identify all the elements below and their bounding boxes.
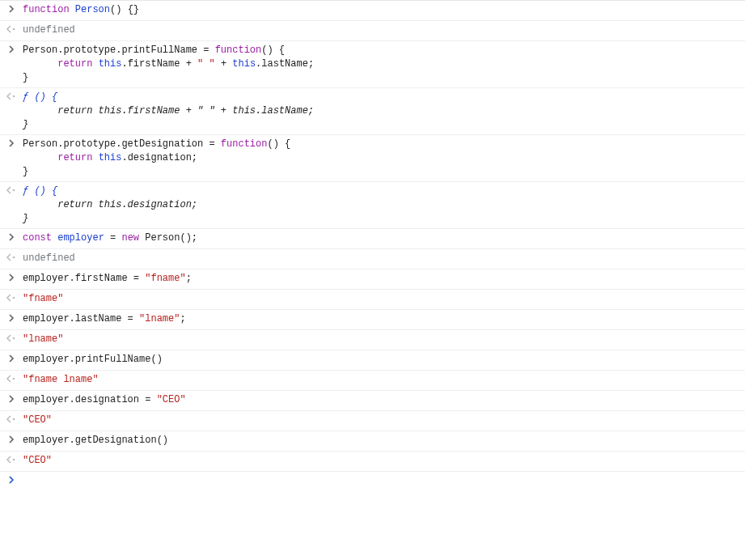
code-token: return — [57, 58, 92, 70]
code-content[interactable]: employer.getDesignation() — [23, 434, 745, 448]
chevron-right-icon — [8, 139, 15, 147]
console-input-row[interactable]: Person.prototype.printFullName = functio… — [0, 40, 745, 87]
console-output-row: undefined — [0, 248, 745, 269]
console-output-row: "fname lname" — [0, 370, 745, 390]
output-indicator-icon — [6, 91, 17, 105]
code-token: "fname lname" — [23, 374, 99, 385]
code-token: "fname" — [145, 273, 185, 284]
code-token: this — [232, 58, 256, 70]
code-content[interactable]: employer.firstName = "fname"; — [23, 272, 745, 286]
code-token: Person.prototype.getDesignation = — [23, 138, 221, 150]
row-gutter — [0, 231, 23, 246]
row-gutter — [0, 312, 23, 327]
console-output-row: "fname" — [0, 289, 745, 309]
code-token: employer — [57, 232, 104, 244]
svg-point-0 — [13, 28, 15, 31]
console-input-row[interactable]: function Person() {} — [0, 0, 745, 20]
svg-point-1 — [13, 95, 15, 98]
code-token: employer.designation = — [23, 394, 157, 405]
output-indicator-icon — [6, 333, 17, 347]
console-prompt-row[interactable] — [0, 471, 745, 491]
code-token: employer.lastName = — [23, 313, 139, 325]
console-input-row[interactable]: employer.designation = "CEO" — [0, 390, 745, 410]
code-token: Person(); — [139, 232, 197, 244]
code-token: " " — [197, 58, 215, 70]
code-content[interactable]: const employer = new Person(); — [23, 231, 745, 245]
output-indicator-icon — [6, 374, 17, 388]
chevron-right-icon — [8, 45, 15, 53]
input-indicator-icon — [8, 394, 15, 408]
code-token: Person.prototype.printFullName = — [23, 45, 215, 56]
chevron-right-icon — [8, 395, 15, 403]
row-gutter — [0, 333, 23, 347]
code-token: Person — [75, 4, 110, 15]
row-gutter — [0, 138, 23, 152]
code-token: .firstName + — [121, 58, 197, 70]
output-arrow-icon — [6, 334, 17, 342]
output-arrow-icon — [6, 375, 17, 383]
code-token: new — [121, 232, 139, 244]
console-output-row: "CEO" — [0, 410, 745, 431]
code-token — [92, 58, 98, 70]
row-gutter — [0, 414, 23, 428]
row-gutter — [0, 91, 23, 105]
row-gutter — [0, 373, 23, 388]
svg-point-4 — [13, 297, 15, 299]
console-input-row[interactable]: employer.getDesignation() — [0, 431, 745, 451]
code-content[interactable]: employer.designation = "CEO" — [23, 393, 745, 407]
code-token: ƒ () { — [23, 91, 57, 103]
code-content: undefined — [23, 23, 745, 37]
code-token — [92, 152, 98, 163]
code-token: "fname" — [23, 293, 63, 304]
output-arrow-icon — [6, 253, 17, 261]
code-token: ; — [186, 273, 192, 284]
code-token: = — [104, 232, 122, 244]
code-content: "CEO" — [23, 454, 745, 468]
code-content: "lname" — [23, 333, 745, 346]
console-output-row: "lname" — [0, 329, 745, 350]
code-token: + — [215, 58, 233, 70]
input-indicator-icon — [8, 4, 15, 18]
svg-point-2 — [13, 189, 15, 192]
code-content: undefined — [23, 252, 745, 265]
code-token: return this.firstName + " " + this.lastN… — [23, 105, 314, 130]
svg-point-7 — [13, 418, 15, 421]
code-token: "lname" — [23, 333, 63, 345]
row-gutter — [0, 3, 23, 18]
code-content: ƒ () { return this.designation; } — [23, 185, 745, 226]
console-input-row[interactable]: employer.printFullName() — [0, 350, 745, 370]
output-arrow-icon — [6, 294, 17, 302]
code-content[interactable]: employer.lastName = "lname"; — [23, 312, 745, 326]
code-token: () {} — [110, 4, 139, 15]
output-arrow-icon — [6, 186, 17, 194]
console-input-row[interactable]: const employer = new Person(); — [0, 228, 745, 248]
chevron-right-icon — [8, 435, 15, 443]
code-content: "CEO" — [23, 414, 745, 427]
code-token: "CEO" — [157, 394, 186, 405]
code-token: "CEO" — [23, 414, 52, 426]
console-output-row: "CEO" — [0, 451, 745, 471]
code-token: ; — [180, 313, 185, 325]
code-content[interactable]: function Person() {} — [23, 3, 745, 17]
row-gutter — [0, 353, 23, 367]
svg-point-6 — [13, 378, 15, 380]
output-arrow-icon — [6, 92, 17, 100]
console-input-row[interactable]: employer.firstName = "fname"; — [0, 269, 745, 289]
code-content[interactable]: Person.prototype.getDesignation = functi… — [23, 138, 745, 179]
console-input-row[interactable]: Person.prototype.getDesignation = functi… — [0, 134, 745, 181]
console-input-row[interactable]: employer.lastName = "lname"; — [0, 309, 745, 329]
code-content[interactable]: employer.printFullName() — [23, 353, 745, 367]
chevron-right-icon — [8, 354, 15, 363]
input-indicator-icon — [8, 138, 15, 152]
row-gutter — [0, 434, 23, 448]
code-token: employer.firstName = — [23, 273, 145, 284]
output-indicator-icon — [6, 252, 17, 266]
code-token: "lname" — [139, 313, 180, 325]
code-content[interactable]: Person.prototype.printFullName = functio… — [23, 44, 745, 85]
row-gutter — [0, 393, 23, 408]
row-gutter — [0, 272, 23, 286]
chevron-right-icon — [8, 5, 15, 13]
code-content: "fname" — [23, 292, 745, 306]
code-token: return — [57, 152, 92, 163]
code-token: employer.printFullName() — [23, 354, 163, 365]
